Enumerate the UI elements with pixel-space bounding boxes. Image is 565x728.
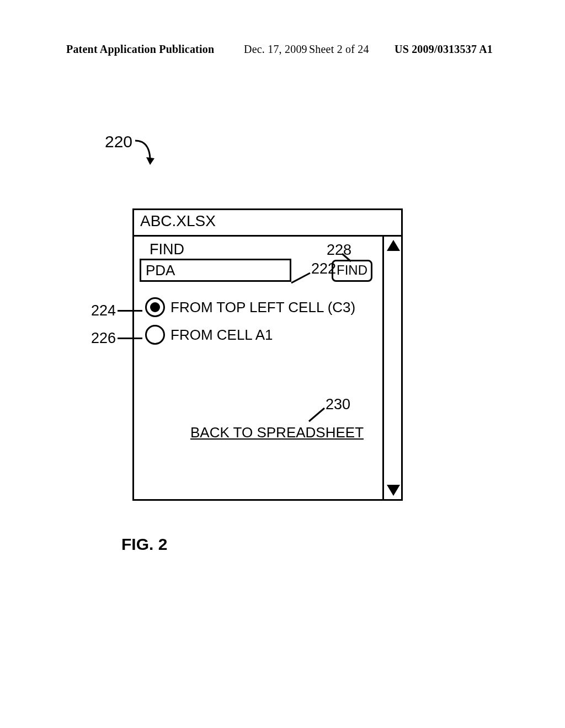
radio-button-selected-icon <box>145 297 165 317</box>
callout-226: 226 <box>91 330 116 347</box>
radio-label-1: FROM TOP LEFT CELL (C3) <box>170 299 355 316</box>
find-button[interactable]: FIND <box>332 260 372 282</box>
publication-number: US 2009/0313537 A1 <box>395 43 493 56</box>
publication-date: Dec. 17, 2009 <box>244 43 307 56</box>
radio-label-2: FROM CELL A1 <box>170 326 273 344</box>
sheet-number: Sheet 2 of 24 <box>309 43 369 56</box>
pda-screen: ABC.XLSX FIND FIND FROM TOP LEFT CELL (C… <box>132 208 403 501</box>
callout-224: 224 <box>91 302 116 319</box>
patent-page: Patent Application Publication Dec. 17, … <box>0 0 565 728</box>
svg-marker-0 <box>146 157 154 165</box>
scroll-up-button[interactable] <box>385 237 401 254</box>
ref-220-arrow-icon <box>132 135 160 168</box>
scroll-down-button[interactable] <box>385 481 401 499</box>
back-to-spreadsheet-link[interactable]: BACK TO SPREADSHEET <box>190 424 364 441</box>
find-label: FIND <box>150 241 184 258</box>
radio-from-top-left[interactable]: FROM TOP LEFT CELL (C3) <box>145 297 355 317</box>
ref-220-label: 220 <box>105 132 132 151</box>
figure-main-ref: 220 <box>105 132 182 171</box>
window-title: ABC.XLSX <box>140 212 216 230</box>
radio-from-a1[interactable]: FROM CELL A1 <box>145 325 273 345</box>
publication-type: Patent Application Publication <box>66 43 214 56</box>
figure-label: FIG. 2 <box>121 535 167 554</box>
radio-dot-icon <box>150 302 160 312</box>
scrollbar[interactable] <box>382 237 401 499</box>
triangle-up-icon <box>387 240 400 251</box>
find-input[interactable] <box>140 259 291 282</box>
content-area: FIND FIND FROM TOP LEFT CELL (C3) FROM C… <box>134 237 384 499</box>
title-bar: ABC.XLSX <box>132 208 403 237</box>
triangle-down-icon <box>387 485 400 496</box>
radio-button-unselected-icon <box>145 325 165 345</box>
